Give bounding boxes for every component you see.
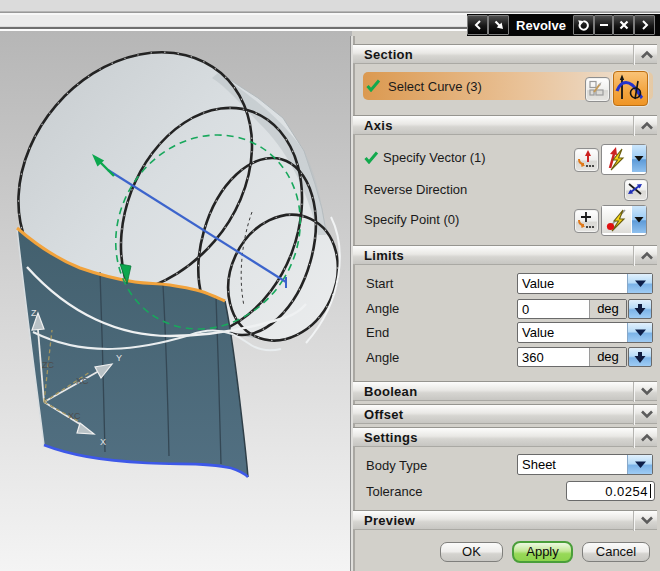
svg-text:XC: XC <box>68 411 81 421</box>
svg-text:X: X <box>100 437 106 447</box>
svg-text:XC: XC <box>76 376 89 386</box>
svg-text:Y: Y <box>116 353 122 363</box>
svg-text:ZC: ZC <box>42 360 54 370</box>
svg-text:Z: Z <box>31 308 37 318</box>
